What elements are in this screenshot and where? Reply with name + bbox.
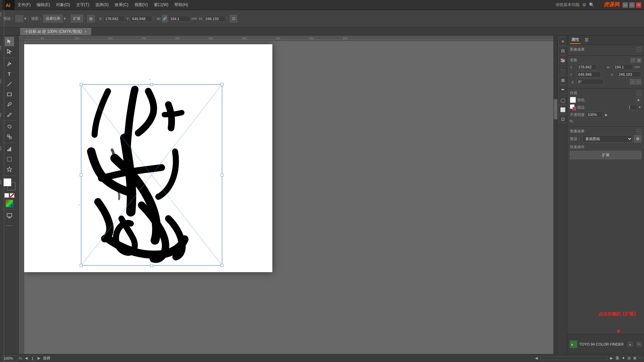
scroll-right-btn[interactable]: ▶ <box>610 356 613 360</box>
settings-icon[interactable]: ⚙ <box>582 2 586 7</box>
opacity-input[interactable] <box>586 112 603 118</box>
opacity-more-btn[interactable]: ▶ <box>604 112 609 117</box>
trace-preset-select[interactable]: 素描图稿 黑白徽标 彩色徽标 照片（高保真） <box>582 135 633 142</box>
brushes-icon[interactable]: ✒ <box>558 85 567 94</box>
prev-page-btn[interactable]: ◀ <box>25 356 28 360</box>
brush-tool[interactable] <box>5 100 14 109</box>
canvas-area[interactable]: + + + <box>24 41 553 354</box>
next-page-btn[interactable]: ▶ <box>38 356 40 360</box>
stroke-icon[interactable]: ◯ <box>558 96 567 105</box>
h-scrollbar[interactable] <box>540 357 607 360</box>
graph-tool[interactable] <box>5 144 14 154</box>
svg-rect-37 <box>80 83 83 86</box>
scroll-left-btn[interactable]: ◀ <box>535 356 538 360</box>
grid-icon[interactable]: ⊞ <box>87 15 95 22</box>
toyo-icon[interactable]: S <box>570 341 577 348</box>
annotation-arrow <box>608 317 629 334</box>
h-size-icon: H <box>610 72 616 77</box>
line-tool[interactable] <box>5 79 14 89</box>
panel-collapse-btn[interactable]: − <box>637 47 641 52</box>
y-coord-input[interactable] <box>577 71 601 77</box>
menu-text[interactable]: 文字(T) <box>73 1 92 8</box>
svg-text:450: 450 <box>175 37 180 40</box>
stroke-none[interactable] <box>10 193 14 198</box>
svg-rect-8 <box>9 148 10 151</box>
vertical-scrollbar[interactable] <box>553 36 557 354</box>
screen-mode-btn[interactable] <box>5 211 14 220</box>
trace-collapse-btn[interactable]: − <box>637 129 641 134</box>
rotate-tool[interactable] <box>5 122 14 131</box>
properties-icon[interactable]: ≡ <box>558 37 567 46</box>
star-tool[interactable] <box>5 165 14 174</box>
text-tool[interactable]: T <box>5 69 14 79</box>
appearance-collapse[interactable]: − <box>637 91 641 96</box>
fill-color-swatch[interactable] <box>570 97 576 103</box>
toyo-close-btn[interactable]: ✕ <box>637 342 641 347</box>
flip-h-icon[interactable]: ↔ <box>630 79 635 84</box>
w-input[interactable] <box>168 16 190 22</box>
layers-tab[interactable]: 层 <box>583 37 590 44</box>
color-mode-toggle[interactable] <box>6 200 13 207</box>
artboard-tool[interactable] <box>5 155 14 164</box>
gradient-icon[interactable]: ⬜ <box>558 105 567 114</box>
menu-help[interactable]: 帮助(H) <box>172 1 191 8</box>
menu-file[interactable]: 文件(F) <box>15 1 33 8</box>
rect-tool[interactable] <box>5 89 14 99</box>
menu-effect[interactable]: 效果(C) <box>112 1 131 8</box>
link-wh-icon[interactable]: 🔗 <box>162 15 167 22</box>
transform-icon[interactable]: ⊡ <box>230 15 237 22</box>
menu-edit[interactable]: 编辑(E) <box>34 1 53 8</box>
svg-text:X: X <box>570 66 572 69</box>
properties-tab[interactable]: 属性 <box>570 36 581 44</box>
x-input[interactable] <box>103 16 125 22</box>
menu-window[interactable]: 窗口(W) <box>151 1 171 8</box>
y-input[interactable] <box>130 16 152 22</box>
color-icon[interactable]: ⬛ <box>558 66 567 75</box>
swatches-icon[interactable]: ⊠ <box>558 76 567 84</box>
stroke-dropdown-icon[interactable]: ▼ <box>638 106 641 109</box>
w-size-input[interactable] <box>613 64 634 70</box>
rotate-input[interactable] <box>577 79 604 85</box>
stroke-inner[interactable] <box>573 107 576 110</box>
transform-more-icon[interactable]: ⋯ <box>631 58 635 63</box>
menu-select[interactable]: 选择(S) <box>93 1 111 8</box>
preset-dropdown[interactable]: ... <box>15 15 23 22</box>
select-tool[interactable] <box>5 37 14 46</box>
more-tools-btn[interactable]: ··· <box>5 221 14 230</box>
x-coord-input[interactable] <box>577 64 597 70</box>
search-icon[interactable]: 🔍 <box>589 2 594 7</box>
toolbar-position-group: X: Y: <box>98 16 154 22</box>
toyo-collapse-btn[interactable]: ▲ <box>628 342 633 347</box>
pen-tool[interactable] <box>5 59 14 69</box>
traditional-btn[interactable]: 传统基本功能 <box>555 2 580 8</box>
document-tab[interactable]: 小目标.ai @ 100% (CMYK/预览) ✕ <box>20 28 91 35</box>
layers-icon[interactable]: ⊟ <box>558 46 567 55</box>
h-size-input[interactable] <box>617 71 642 77</box>
trace-settings-icon[interactable]: ⚙ <box>634 135 641 142</box>
image-section: 图像描摹 − <box>567 45 644 56</box>
scrollbar-thumb[interactable] <box>554 99 557 119</box>
page-number-input[interactable] <box>29 356 37 361</box>
tab-close-icon[interactable]: ✕ <box>84 30 87 34</box>
pencil-tool[interactable] <box>5 110 14 119</box>
flip-v-icon[interactable]: ↕ <box>636 79 641 84</box>
close-btn[interactable]: ✕ <box>636 2 641 8</box>
maximize-btn[interactable]: □ <box>629 2 635 8</box>
h-input[interactable] <box>204 16 225 22</box>
libraries-icon[interactable]: 📚 <box>558 56 567 64</box>
expand-btn[interactable]: 扩展 <box>71 15 83 22</box>
fill-more-icon[interactable]: ▶ <box>636 97 641 103</box>
menu-view[interactable]: 视图(V) <box>132 1 151 8</box>
minimize-btn[interactable]: — <box>623 2 628 8</box>
direct-select-tool[interactable] <box>5 47 14 56</box>
appearance-icon[interactable]: ⊡ <box>558 115 567 123</box>
expand-action-btn[interactable]: 扩展 <box>570 151 641 159</box>
toolbar: 预设： ... ▼ 视图： 描摹结果 ▼ 扩展 ⊞ X: Y: W: 🔗 mm … <box>0 10 644 27</box>
stroke-width-input[interactable] <box>628 105 638 110</box>
menu-object[interactable]: 对象(O) <box>53 1 72 8</box>
trace-preset-row: 预设： 素描图稿 黑白徽标 彩色徽标 照片（高保真） ⚙ <box>570 135 641 142</box>
horizontal-ruler: 50 150 250 350 450 550 650 750 850 950 <box>24 36 553 41</box>
transform-settings-icon[interactable]: ⊞ <box>637 58 641 63</box>
view-dropdown[interactable]: 描摹结果 <box>43 15 63 22</box>
scale-tool[interactable] <box>5 132 14 141</box>
